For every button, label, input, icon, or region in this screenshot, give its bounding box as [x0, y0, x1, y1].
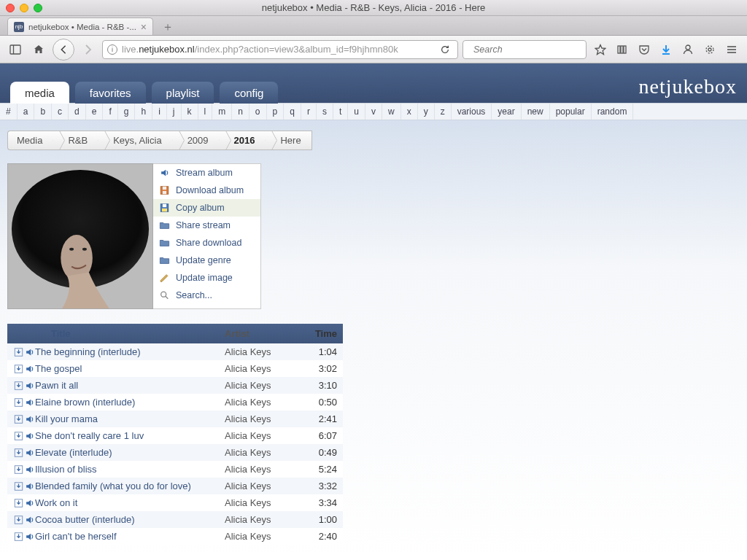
track-row[interactable]: Elaine brown (interlude)Alicia Keys0:50: [7, 394, 343, 411]
alpha-item-new[interactable]: new: [522, 104, 550, 120]
track-artist[interactable]: Alicia Keys: [225, 346, 301, 357]
window-maximize-button[interactable]: [34, 4, 42, 12]
alpha-item-x[interactable]: x: [401, 104, 418, 120]
track-artist[interactable]: Alicia Keys: [225, 447, 301, 458]
track-title[interactable]: The beginning (interlude): [35, 346, 225, 357]
track-artist[interactable]: Alicia Keys: [225, 363, 301, 374]
track-row[interactable]: Girl can't be herselfAlicia Keys2:40: [7, 528, 343, 545]
track-title[interactable]: Elaine brown (interlude): [35, 397, 225, 408]
track-row[interactable]: Elevate (interlude)Alicia Keys0:49: [7, 444, 343, 461]
site-info-icon[interactable]: i: [107, 44, 117, 55]
download-icon[interactable]: [13, 414, 24, 424]
url-bar[interactable]: i live.netjukebox.nl/index.php?action=vi…: [102, 40, 458, 59]
alpha-item-k[interactable]: k: [182, 104, 198, 120]
album-action[interactable]: Update image: [153, 269, 260, 287]
track-artist[interactable]: Alicia Keys: [225, 497, 301, 508]
track-artist[interactable]: Alicia Keys: [225, 397, 301, 408]
alpha-item-various[interactable]: various: [452, 104, 492, 120]
play-icon[interactable]: [24, 381, 35, 391]
alpha-item-l[interactable]: l: [198, 104, 213, 120]
alpha-item-d[interactable]: d: [69, 104, 86, 120]
tab-close-button[interactable]: ×: [141, 21, 147, 33]
alpha-item-a[interactable]: a: [18, 104, 35, 120]
album-action[interactable]: Copy album: [153, 199, 260, 217]
search-input[interactable]: [473, 44, 589, 55]
album-action[interactable]: Search...: [153, 287, 260, 304]
track-row[interactable]: Illusion of blissAlicia Keys5:24: [7, 461, 343, 478]
breadcrumb-item[interactable]: Media: [7, 131, 53, 150]
download-icon[interactable]: [13, 381, 24, 391]
main-tab-config[interactable]: config: [220, 82, 278, 104]
track-title[interactable]: Cocoa butter (interlude): [35, 514, 225, 525]
play-icon[interactable]: [24, 532, 35, 542]
download-icon[interactable]: [13, 397, 24, 408]
alpha-item-w[interactable]: w: [382, 104, 401, 120]
download-icon[interactable]: [13, 464, 24, 475]
download-icon[interactable]: [13, 431, 24, 441]
play-icon[interactable]: [24, 347, 35, 357]
track-artist[interactable]: Alicia Keys: [225, 464, 301, 475]
track-title[interactable]: Kill your mama: [35, 413, 225, 424]
main-tab-playlist[interactable]: playlist: [152, 82, 214, 104]
track-artist[interactable]: Alicia Keys: [225, 481, 301, 491]
album-action[interactable]: Download album: [153, 182, 260, 199]
download-icon[interactable]: [13, 515, 24, 525]
play-icon[interactable]: [24, 364, 35, 374]
alpha-item-q[interactable]: q: [284, 104, 301, 120]
play-icon[interactable]: [24, 448, 35, 458]
alpha-item-v[interactable]: v: [365, 104, 382, 120]
alpha-item-i[interactable]: i: [152, 104, 167, 120]
alpha-item-t[interactable]: t: [333, 104, 348, 120]
track-row[interactable]: Work on itAlicia Keys3:34: [7, 494, 343, 511]
alpha-item-n[interactable]: n: [232, 104, 249, 120]
track-row[interactable]: The beginning (interlude)Alicia Keys1:04: [7, 343, 343, 360]
track-title[interactable]: Girl can't be herself: [35, 531, 225, 542]
alpha-item-p[interactable]: p: [267, 104, 285, 120]
track-row[interactable]: Cocoa butter (interlude)Alicia Keys1:00: [7, 511, 343, 528]
track-row[interactable]: The gospelAlicia Keys3:02: [7, 360, 343, 377]
alpha-item-h[interactable]: h: [135, 104, 152, 120]
track-title[interactable]: Work on it: [35, 497, 225, 508]
album-action[interactable]: Stream album: [153, 164, 260, 182]
alpha-item-year[interactable]: year: [492, 104, 521, 120]
play-icon[interactable]: [24, 498, 35, 508]
search-bar[interactable]: [462, 40, 587, 59]
track-title[interactable]: Elevate (interlude): [35, 447, 225, 458]
new-tab-button[interactable]: ＋: [158, 20, 178, 35]
download-icon[interactable]: [13, 364, 24, 374]
play-icon[interactable]: [24, 464, 35, 475]
track-title[interactable]: The gospel: [35, 363, 225, 374]
main-tab-favorites[interactable]: favorites: [75, 82, 146, 104]
alpha-item-#[interactable]: #: [0, 104, 18, 120]
alpha-item-m[interactable]: m: [212, 104, 232, 120]
track-artist[interactable]: Alicia Keys: [225, 380, 301, 391]
play-icon[interactable]: [24, 515, 35, 525]
home-button[interactable]: [29, 41, 48, 58]
track-title[interactable]: Pawn it all: [35, 380, 225, 391]
alpha-item-f[interactable]: f: [103, 104, 117, 120]
download-icon[interactable]: [13, 448, 24, 458]
alpha-item-b[interactable]: b: [34, 104, 52, 120]
alpha-item-z[interactable]: z: [435, 104, 452, 120]
alpha-item-g[interactable]: g: [118, 104, 136, 120]
alpha-item-random[interactable]: random: [592, 104, 634, 120]
alpha-item-j[interactable]: j: [167, 104, 182, 120]
star-button[interactable]: [591, 41, 610, 58]
track-row[interactable]: She don't really care 1 luvAlicia Keys6:…: [7, 427, 343, 444]
track-title[interactable]: Illusion of bliss: [35, 464, 225, 475]
back-button[interactable]: [53, 39, 74, 61]
track-artist[interactable]: Alicia Keys: [225, 514, 301, 525]
column-time[interactable]: Time: [301, 328, 337, 339]
play-icon[interactable]: [24, 397, 35, 408]
downloads-button[interactable]: [657, 41, 676, 58]
track-artist[interactable]: Alicia Keys: [225, 430, 301, 441]
alpha-item-y[interactable]: y: [418, 104, 435, 120]
download-icon[interactable]: [13, 481, 24, 491]
track-title[interactable]: She don't really care 1 luv: [35, 430, 225, 441]
alpha-item-c[interactable]: c: [52, 104, 69, 120]
play-icon[interactable]: [24, 481, 35, 491]
alpha-item-s[interactable]: s: [317, 104, 333, 120]
track-row[interactable]: Kill your mamaAlicia Keys2:41: [7, 411, 343, 427]
main-tab-media[interactable]: media: [10, 82, 69, 104]
track-artist[interactable]: Alicia Keys: [225, 413, 301, 424]
